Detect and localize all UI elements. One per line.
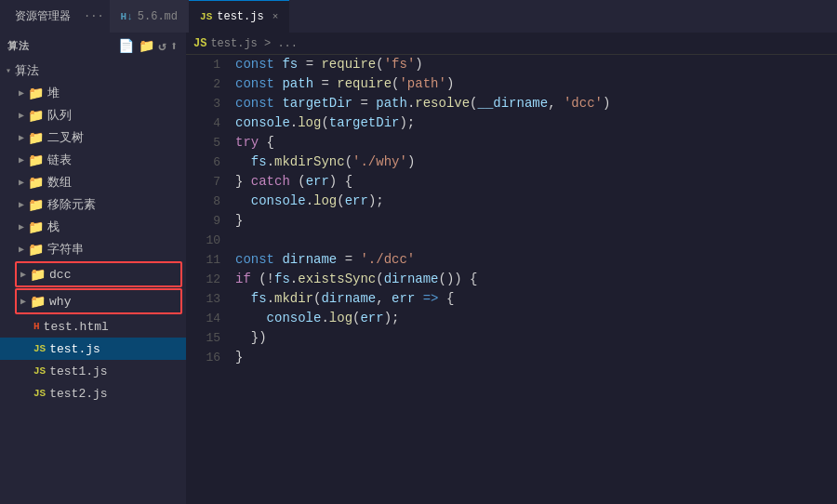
line-number: 2 — [186, 74, 220, 94]
breadcrumb-js-icon: JS — [193, 37, 206, 50]
folder-数组[interactable]: ▶ 📁 数组 — [0, 171, 186, 193]
folder-why-inner[interactable]: ▶ 📁 why — [17, 290, 180, 312]
section-label: 算法 — [15, 62, 39, 79]
folder-二叉树[interactable]: ▶ 📁 二叉树 — [0, 126, 186, 149]
js-file-icon: JS — [33, 365, 46, 377]
code-line: } — [235, 211, 837, 231]
line-number: 3 — [186, 94, 220, 113]
code-line: if (!fs.existsSync(dirname()) { — [235, 270, 837, 289]
line-number: 5 — [186, 133, 220, 153]
line-number: 13 — [186, 289, 220, 309]
editor: JS test.js > ... 12345678910111213141516… — [186, 33, 837, 504]
folder-dcc[interactable]: ▶ 📁 dcc — [15, 261, 182, 287]
file-test2-js[interactable]: JS test2.js — [0, 382, 186, 405]
line-number: 1 — [186, 55, 220, 74]
title-bar: 资源管理器 ··· H↓ 5.6.md JS test.js × — [0, 0, 837, 33]
file-test-html[interactable]: H test.html — [0, 315, 186, 338]
code-line: } catch (err) { — [235, 172, 837, 192]
main-area: 算法 📄 📁 ↺ ⬆ ▾ 算法 ▶ 📁 堆 ▶ 📁 — [0, 33, 837, 504]
refresh-icon[interactable]: ↺ — [158, 38, 166, 54]
folder-dcc-inner[interactable]: ▶ 📁 dcc — [17, 263, 180, 285]
breadcrumb-path: test.js > ... — [210, 37, 298, 50]
tab-md-icon: H↓ — [121, 11, 133, 22]
tab-md[interactable]: H↓ 5.6.md — [110, 0, 189, 33]
folder-字符串[interactable]: ▶ 📁 字符串 — [0, 238, 186, 260]
code-line: console.log(targetDir); — [235, 113, 837, 133]
html-file-icon: H — [33, 321, 40, 332]
line-number: 15 — [186, 328, 220, 348]
code-line: try { — [235, 133, 837, 153]
collapse-icon[interactable]: ⬆ — [170, 38, 179, 54]
tab-js-icon: JS — [200, 11, 212, 22]
folder-链表[interactable]: ▶ 📁 链表 — [0, 149, 186, 171]
line-number: 8 — [186, 192, 220, 211]
js-file-icon: JS — [33, 388, 46, 399]
tab-md-label: 5.6.md — [138, 10, 178, 23]
js-file-icon: JS — [33, 343, 46, 354]
line-numbers: 12345678910111213141516 — [186, 55, 228, 504]
file-test-js[interactable]: JS test.js — [0, 338, 186, 360]
new-folder-icon[interactable]: 📁 — [139, 38, 155, 54]
line-number: 10 — [186, 231, 220, 250]
line-number: 12 — [186, 270, 220, 289]
code-line: console.log(err); — [235, 192, 837, 211]
code-line: const dirname = './dcc' — [235, 250, 837, 270]
sidebar-header: 算法 📄 📁 ↺ ⬆ — [0, 33, 186, 60]
breadcrumb: JS test.js > ... — [186, 33, 837, 55]
line-number: 6 — [186, 153, 220, 172]
code-content[interactable]: const fs = require('fs')const path = req… — [228, 55, 837, 504]
line-number: 4 — [186, 113, 220, 133]
file-test1-js[interactable]: JS test1.js — [0, 360, 186, 382]
sidebar: 算法 📄 📁 ↺ ⬆ ▾ 算法 ▶ 📁 堆 ▶ 📁 — [0, 33, 186, 504]
code-line: }) — [235, 328, 837, 348]
tab-js-label: test.js — [217, 10, 263, 23]
folder-why[interactable]: ▶ 📁 why — [15, 288, 182, 314]
code-line — [235, 231, 837, 250]
code-line: const targetDir = path.resolve(__dirname… — [235, 94, 837, 113]
line-number: 16 — [186, 348, 220, 367]
close-icon[interactable]: × — [272, 11, 279, 22]
tree-container: ▾ 算法 ▶ 📁 堆 ▶ 📁 队列 ▶ 📁 二叉树 ▶ 📁 — [0, 60, 186, 504]
section-arrow: ▾ — [6, 65, 11, 76]
new-file-icon[interactable]: 📄 — [118, 38, 135, 54]
explorer-label: 资源管理器 — [7, 8, 78, 24]
line-number: 9 — [186, 211, 220, 231]
sidebar-actions: 📄 📁 ↺ ⬆ — [118, 38, 179, 54]
folder-队列[interactable]: ▶ 📁 队列 — [0, 104, 186, 126]
code-area[interactable]: 12345678910111213141516 const fs = requi… — [186, 55, 837, 504]
line-number: 7 — [186, 172, 220, 192]
folder-栈[interactable]: ▶ 📁 栈 — [0, 216, 186, 238]
tab-js[interactable]: JS test.js × — [189, 0, 289, 33]
code-line: console.log(err); — [235, 309, 837, 328]
folder-堆[interactable]: ▶ 📁 堆 — [0, 82, 186, 104]
code-line: const fs = require('fs') — [235, 55, 837, 74]
code-line: } — [235, 348, 837, 367]
section-算法[interactable]: ▾ 算法 — [0, 60, 186, 82]
sidebar-title: 算法 — [7, 39, 30, 53]
more-options-icon[interactable]: ··· — [84, 10, 104, 23]
code-line: fs.mkdirSync('./why') — [235, 153, 837, 172]
line-number: 14 — [186, 309, 220, 328]
code-line: fs.mkdir(dirname, err => { — [235, 289, 837, 309]
code-line: const path = require('path') — [235, 74, 837, 94]
line-number: 11 — [186, 250, 220, 270]
folder-移除元素[interactable]: ▶ 📁 移除元素 — [0, 193, 186, 216]
